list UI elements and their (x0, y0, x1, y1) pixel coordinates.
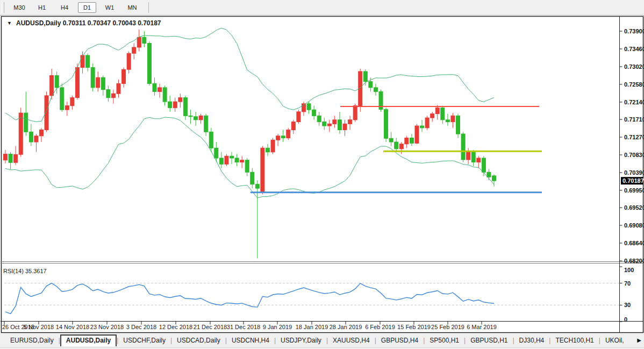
candle (230, 156, 234, 158)
candle (399, 144, 403, 149)
candle (101, 77, 105, 89)
candle (199, 116, 203, 119)
candle (106, 90, 110, 98)
candle (117, 83, 120, 94)
date-label: 6 Feb 2019 (365, 324, 395, 330)
timeframe-button-mn[interactable]: MN (123, 2, 141, 13)
chart-tab-usdcad-daily[interactable]: USDCAD,Daily (172, 335, 225, 346)
candle (240, 160, 244, 162)
toolbar-separator (148, 2, 149, 13)
chart-tab-usdcnh-h4[interactable]: USDCNH,H4 (227, 335, 274, 346)
candle (86, 55, 90, 67)
candle (431, 114, 434, 118)
candle (204, 116, 208, 132)
candle (75, 67, 79, 97)
candle (374, 88, 377, 91)
candle (369, 82, 373, 88)
candle (384, 109, 388, 138)
candle (420, 126, 424, 128)
candle (327, 124, 331, 126)
date-label: 28 Jan 2019 (330, 324, 362, 330)
timeframe-button-w1[interactable]: W1 (101, 2, 119, 13)
candle (297, 112, 300, 122)
candle (50, 75, 54, 95)
candle (178, 98, 182, 102)
candle (467, 152, 470, 160)
chart-dropdown-icon[interactable]: ▼ (7, 20, 12, 26)
candle (127, 53, 131, 69)
chart-tab-gbpusd-h4[interactable]: GBPUSD,H4 (376, 335, 423, 346)
candle (96, 77, 100, 88)
price-label: 0.69950 (624, 187, 644, 194)
candle (477, 158, 481, 162)
candle (34, 136, 38, 142)
candle (142, 37, 146, 43)
date-label: 23 Nov 2018 (90, 324, 124, 330)
candle (9, 154, 12, 162)
chart-tab-eurusd-daily[interactable]: EURUSD,Daily (5, 335, 59, 346)
current-price-value: 0.70187 (622, 177, 644, 184)
candle (132, 47, 136, 53)
toolbar-grip-handle[interactable] (2, 2, 4, 13)
candle (14, 154, 18, 162)
chart-tab-gbpusd-h1[interactable]: GBPUSD,H1 (466, 335, 512, 346)
candle (415, 126, 419, 143)
price-label: 0.70390 (624, 169, 644, 176)
candle (147, 43, 151, 83)
candle (281, 136, 285, 138)
candle (39, 130, 43, 136)
price-label: 0.68200 (624, 258, 644, 264)
tab-scroll-right-icon[interactable]: ▶ (637, 337, 641, 343)
candle (435, 108, 439, 113)
candle (405, 138, 409, 144)
chart-tab-usdjpy-daily[interactable]: USDJPY,Daily (276, 335, 326, 346)
candle (487, 172, 491, 177)
timeframe-button-h1[interactable]: H1 (33, 2, 51, 13)
candle (425, 118, 429, 128)
chart-tab-tech100-h1[interactable]: TECH100,H1 (550, 335, 598, 346)
date-label: 6 Mar 2019 (467, 324, 497, 330)
candle (137, 37, 141, 47)
candle (461, 134, 465, 160)
candle (389, 138, 393, 142)
chart-tab-xauusd-h4[interactable]: XAUUSD,H4 (328, 335, 375, 346)
candle (451, 116, 455, 122)
candle (4, 154, 8, 160)
chart-window-frame (2, 17, 643, 333)
price-label: 0.69520 (624, 204, 644, 211)
candle (348, 120, 352, 124)
price-label: 0.73020 (624, 63, 644, 70)
date-label: 5 Nov 2018 (24, 324, 54, 330)
chart-tab-dj30-h4[interactable]: DJ30,H4 (514, 335, 549, 346)
chart-window[interactable]: 0.739000.734600.730200.725800.721400.717… (0, 16, 644, 333)
candle (225, 156, 228, 164)
chart-tab-usdchf-daily[interactable]: USDCHF,Daily (118, 335, 170, 346)
chart-tab-ukoil-[interactable]: UKOil, (600, 335, 629, 346)
price-label: 0.72140 (624, 99, 644, 105)
candle (266, 148, 269, 152)
timeframe-button-h4[interactable]: H4 (55, 2, 74, 13)
candle (343, 124, 347, 130)
candle (45, 96, 48, 130)
timeframe-buttons: M30H1H4D1W1MN (8, 2, 144, 13)
candle (338, 120, 341, 130)
rsi-axis-label: 70 (624, 280, 631, 287)
candle (245, 160, 249, 172)
mt4-window: M30H1H4D1W1MN 0.739000.734600.730200.725… (0, 0, 644, 349)
candle (235, 158, 239, 162)
chart-tab-bar: EURUSD,Daily|AUDUSD,Daily|USDCHF,Daily|U… (0, 333, 644, 349)
candle (441, 108, 445, 119)
candle (209, 132, 213, 148)
date-label: 18 Jan 2019 (296, 324, 328, 330)
candle (122, 69, 126, 83)
candle (323, 122, 326, 126)
chart-tab-sp500-h1[interactable]: SP500,H1 (425, 335, 464, 346)
price-label: 0.68640 (624, 240, 644, 246)
candle (307, 104, 311, 110)
timeframe-button-d1[interactable]: D1 (78, 2, 96, 13)
chart-tab-audusd-daily[interactable]: AUDUSD,Daily (60, 334, 117, 346)
timeframe-button-m30[interactable]: M30 (10, 2, 28, 13)
candle (60, 88, 64, 110)
price-label: 0.73900 (624, 28, 644, 34)
price-label: 0.69080 (624, 222, 644, 229)
